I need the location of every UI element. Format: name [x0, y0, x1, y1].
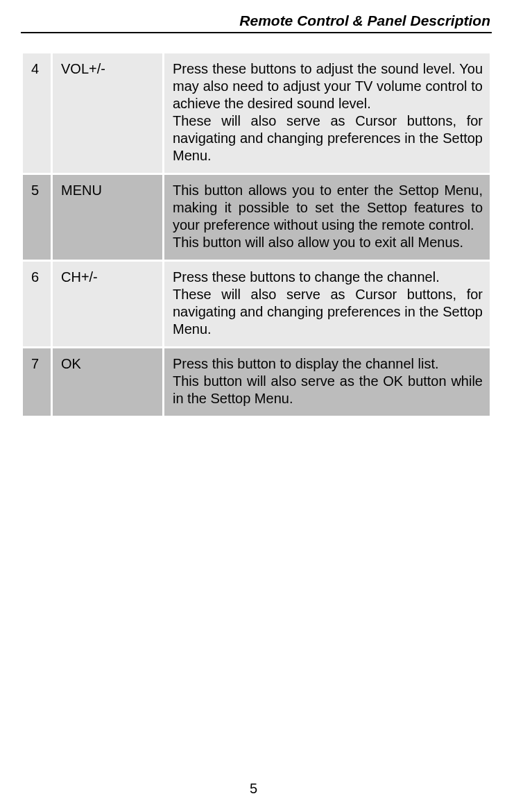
description-text: These will also serve as Cursor buttons,…	[173, 286, 483, 338]
button-name: VOL+/-	[53, 53, 162, 173]
description-text: This button will also allow you to exit …	[173, 234, 483, 251]
row-number: 7	[23, 348, 51, 416]
page-number: 5	[0, 781, 507, 797]
table-row: 6 CH+/- Press these buttons to change th…	[23, 262, 490, 346]
button-description: Press these buttons to change the channe…	[164, 262, 490, 346]
page-header-title: Remote Control & Panel Description	[21, 12, 492, 33]
row-number: 4	[23, 53, 51, 173]
table-row: 5 MENU This button allows you to enter t…	[23, 175, 490, 260]
description-text: Press this button to display the channel…	[173, 355, 483, 373]
document-page: Remote Control & Panel Description 4 VOL…	[0, 0, 507, 812]
description-text: This button will also serve as the OK bu…	[173, 373, 483, 407]
table-row: 7 OK Press this button to display the ch…	[23, 348, 490, 416]
description-text: Press these buttons to adjust the sound …	[173, 60, 483, 112]
controls-table: 4 VOL+/- Press these buttons to adjust t…	[21, 51, 492, 418]
row-number: 6	[23, 262, 51, 346]
description-text: These will also serve as Cursor buttons,…	[173, 112, 483, 164]
button-description: Press this button to display the channel…	[164, 348, 490, 416]
table-row: 4 VOL+/- Press these buttons to adjust t…	[23, 53, 490, 173]
button-description: This button allows you to enter the Sett…	[164, 175, 490, 260]
button-description: Press these buttons to adjust the sound …	[164, 53, 490, 173]
button-name: OK	[53, 348, 162, 416]
row-number: 5	[23, 175, 51, 260]
button-name: CH+/-	[53, 262, 162, 346]
description-text: Press these buttons to change the channe…	[173, 269, 483, 286]
button-name: MENU	[53, 175, 162, 260]
description-text: This button allows you to enter the Sett…	[173, 182, 483, 234]
